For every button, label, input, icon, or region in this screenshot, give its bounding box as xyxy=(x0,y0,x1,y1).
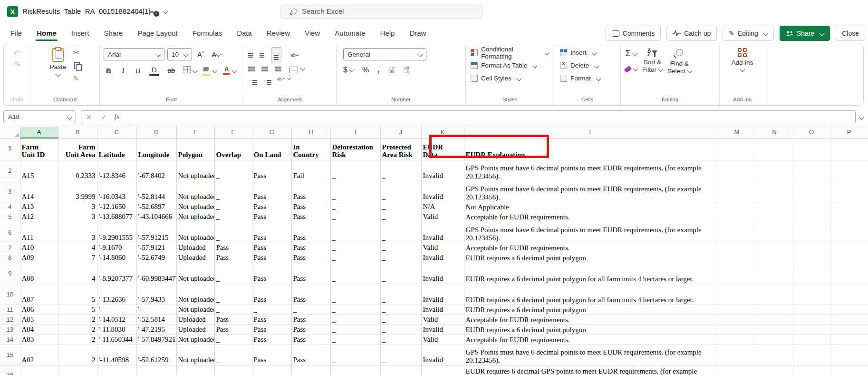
menu-tab-page-layout[interactable]: Page Layout xyxy=(136,26,178,40)
title-chevron-down-icon[interactable] xyxy=(163,9,168,14)
align-top-icon[interactable] xyxy=(248,53,253,54)
cell-J16[interactable]: _ xyxy=(380,365,421,375)
cell-K7[interactable]: Valid xyxy=(421,243,464,253)
cell-P3[interactable] xyxy=(830,181,868,202)
cell-K10[interactable]: Invalid xyxy=(421,284,464,305)
cell-A3[interactable]: A14 xyxy=(20,181,58,202)
menu-tab-file[interactable]: File xyxy=(10,26,23,40)
cell-E9[interactable]: Not uploaded xyxy=(176,263,214,284)
cell-I7[interactable]: _ xyxy=(330,243,380,253)
row-header-1[interactable]: 1 xyxy=(0,138,20,160)
cell-G5[interactable]: Pass xyxy=(252,212,291,222)
row-header-3[interactable]: 3 xyxy=(0,181,20,202)
cell-O16[interactable] xyxy=(793,365,830,375)
cell-E2[interactable]: Not uploaded xyxy=(176,160,214,181)
cell-M10[interactable] xyxy=(718,284,756,305)
cell-O12[interactable] xyxy=(793,315,830,325)
cell-P9[interactable] xyxy=(830,263,868,284)
cell-M6[interactable] xyxy=(718,222,756,243)
cell-H6[interactable]: Pass xyxy=(291,222,330,243)
cell-F7[interactable]: Pass xyxy=(214,243,252,253)
cell-H16[interactable]: _ xyxy=(291,365,330,375)
autosum-button[interactable]: Σ xyxy=(625,48,637,59)
cell-B7[interactable]: 4 xyxy=(58,243,97,253)
decrease-indent-icon[interactable]: ← xyxy=(248,74,257,83)
cell-I14[interactable]: _ xyxy=(330,335,380,345)
cell-N7[interactable] xyxy=(756,243,793,253)
row-header-2[interactable]: 2 xyxy=(0,160,20,181)
cell-G2[interactable]: Pass xyxy=(252,160,291,181)
menu-tab-home[interactable]: Home xyxy=(36,26,58,40)
cell-I2[interactable]: _ xyxy=(330,160,380,181)
cell-C14[interactable]: '-11.650344 xyxy=(97,335,136,345)
close-button[interactable]: Close xyxy=(836,26,865,41)
cell-P15[interactable] xyxy=(830,345,868,365)
cell-C2[interactable]: '-12.8346 xyxy=(97,160,136,181)
cell-B10[interactable]: 5 xyxy=(58,284,97,305)
cell-M16[interactable] xyxy=(718,365,756,375)
cell-styles-button[interactable]: Cell Styles xyxy=(471,72,521,85)
bold-button[interactable]: B xyxy=(104,66,114,76)
increase-indent-icon[interactable]: → xyxy=(263,74,272,83)
cell-C16[interactable]: '- xyxy=(97,365,136,375)
format-as-table-button[interactable]: Format As Table xyxy=(471,59,537,72)
align-left-icon[interactable] xyxy=(248,67,255,68)
decrease-decimal-icon[interactable]: .00→0 xyxy=(403,66,409,74)
cell-K3[interactable]: Invalid xyxy=(421,181,464,202)
cell-B1[interactable]: Farm Unit Area xyxy=(58,138,97,160)
row-header-16[interactable]: 16 xyxy=(0,365,20,375)
cell-N3[interactable] xyxy=(756,181,793,202)
cell-N11[interactable] xyxy=(756,305,793,315)
cell-P5[interactable] xyxy=(830,212,868,222)
cell-H11[interactable]: _ xyxy=(291,305,330,315)
cell-C9[interactable]: '-8.9207377 xyxy=(97,263,136,284)
cell-M8[interactable] xyxy=(718,253,756,263)
menu-tab-review[interactable]: Review xyxy=(266,26,291,40)
fill-color-button[interactable] xyxy=(203,65,217,76)
cell-K4[interactable]: N/A xyxy=(421,202,464,212)
cell-A5[interactable]: A12 xyxy=(20,212,58,222)
cell-A7[interactable]: A10 xyxy=(20,243,58,253)
cell-L1[interactable]: EUDR Explanation xyxy=(464,138,718,160)
cell-G10[interactable]: Pass xyxy=(252,284,291,305)
column-header-D[interactable]: D xyxy=(136,127,176,138)
cell-N12[interactable] xyxy=(756,315,793,325)
cell-K8[interactable]: Invalid xyxy=(421,253,464,263)
cell-M3[interactable] xyxy=(718,181,756,202)
comments-button[interactable]: Comments xyxy=(606,26,661,41)
cell-E6[interactable]: Not uploaded xyxy=(176,222,214,243)
cell-L11[interactable]: EUDR requires a 6 decimal point polygon xyxy=(464,305,718,315)
cell-I13[interactable]: _ xyxy=(330,325,380,335)
row-header-7[interactable]: 7 xyxy=(0,243,20,253)
cell-F8[interactable]: Pass xyxy=(214,253,252,263)
cell-J11[interactable]: _ xyxy=(380,305,421,315)
cell-L13[interactable]: EUDR requires a 6 decimal point polygon xyxy=(464,325,718,335)
cell-I9[interactable]: _ xyxy=(330,263,380,284)
cell-J6[interactable]: _ xyxy=(380,222,421,243)
cell-I5[interactable]: _ xyxy=(330,212,380,222)
column-header-A[interactable]: A xyxy=(20,127,58,138)
cell-J1[interactable]: Protected Area Risk xyxy=(380,138,421,160)
cell-I3[interactable]: _ xyxy=(330,181,380,202)
paste-button[interactable]: Paste xyxy=(50,48,67,76)
cell-D10[interactable]: '-57.9433 xyxy=(136,284,176,305)
cell-G12[interactable]: Pass xyxy=(252,315,291,325)
align-center-icon[interactable] xyxy=(261,67,268,68)
cell-M4[interactable] xyxy=(718,202,756,212)
cell-B3[interactable]: 3.9999 xyxy=(58,181,97,202)
cell-K11[interactable]: Invalid xyxy=(421,305,464,315)
column-header-F[interactable]: F xyxy=(214,127,252,138)
row-header-4[interactable]: 4 xyxy=(0,202,20,212)
cell-H7[interactable]: Pass xyxy=(291,243,330,253)
cell-M14[interactable] xyxy=(718,335,756,345)
cell-M2[interactable] xyxy=(718,160,756,181)
cell-D3[interactable]: '-52.8144 xyxy=(136,181,176,202)
cell-C7[interactable]: '-9.1670 xyxy=(97,243,136,253)
cell-P12[interactable] xyxy=(830,315,868,325)
cell-A4[interactable]: A13 xyxy=(20,202,58,212)
cell-N16[interactable] xyxy=(756,365,793,375)
cell-C10[interactable]: '-13.2636 xyxy=(97,284,136,305)
cell-J3[interactable]: _ xyxy=(380,181,421,202)
row-header-8[interactable]: 8 xyxy=(0,253,20,263)
cell-P2[interactable] xyxy=(830,160,868,181)
